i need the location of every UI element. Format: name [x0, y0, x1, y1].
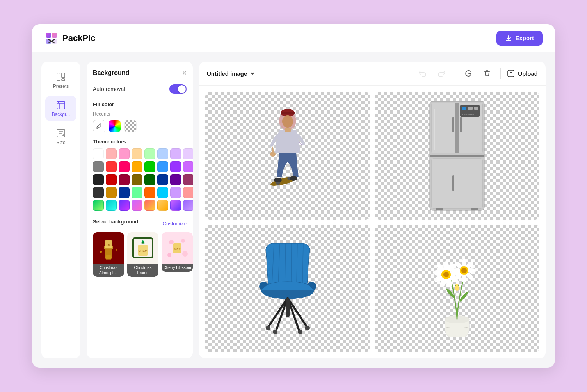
svg-rect-49	[452, 117, 454, 132]
color-grad1[interactable]	[93, 200, 104, 211]
svg-point-40	[290, 176, 297, 181]
transparent-swatch[interactable]	[124, 120, 137, 132]
svg-point-26	[181, 239, 185, 243]
size-label: Size	[56, 140, 65, 145]
svg-rect-53	[462, 107, 466, 110]
svg-text:★: ★	[107, 243, 110, 246]
template-christmas-frame-label: Christmas Frame	[127, 264, 158, 277]
color-nearblack[interactable]	[93, 174, 104, 185]
upload-button[interactable]: Upload	[507, 69, 538, 77]
color-royalblue[interactable]	[119, 187, 130, 198]
export-button[interactable]: Export	[496, 31, 543, 46]
color-darkred[interactable]	[106, 174, 117, 185]
svg-rect-50	[460, 117, 462, 132]
eyedropper-icon	[96, 123, 102, 129]
color-grad6[interactable]	[157, 200, 168, 211]
background-icon	[56, 100, 66, 110]
image-title-button[interactable]: Untitled image	[207, 70, 256, 77]
panel-title: Background	[93, 69, 129, 77]
color-hotpink[interactable]	[119, 161, 130, 172]
color-grad8[interactable]	[183, 200, 193, 211]
svg-rect-47	[455, 103, 459, 153]
skater-image-container	[205, 92, 370, 220]
svg-rect-55	[474, 107, 478, 110]
template-cherry-blossom[interactable]: ★★★ Cherry Blossom	[162, 232, 193, 277]
color-green[interactable]	[144, 161, 155, 172]
auto-removal-toggle[interactable]	[169, 84, 187, 94]
color-mint[interactable]	[132, 187, 142, 198]
color-gold[interactable]	[132, 174, 142, 185]
color-orange[interactable]	[132, 161, 142, 172]
svg-point-73	[443, 261, 449, 271]
color-blue[interactable]	[157, 161, 168, 172]
refresh-button[interactable]	[461, 66, 475, 80]
svg-point-69	[273, 330, 277, 334]
color-grad4[interactable]	[132, 200, 142, 211]
toolbar-separator-1	[455, 68, 455, 79]
color-violet[interactable]	[183, 161, 193, 172]
svg-rect-44	[430, 155, 484, 157]
image-cell-chair[interactable]	[205, 225, 370, 353]
flowers-image-container	[375, 225, 539, 353]
color-grad7[interactable]	[170, 200, 181, 211]
color-crimson[interactable]	[119, 174, 130, 185]
color-grad5[interactable]	[144, 200, 155, 211]
color-navy[interactable]	[157, 174, 168, 185]
svg-point-19	[100, 251, 102, 253]
svg-rect-41	[285, 128, 291, 132]
color-darkpurple[interactable]	[170, 174, 181, 185]
color-charcoal[interactable]	[93, 187, 104, 198]
rainbow-swatch[interactable]	[109, 120, 121, 132]
template-christmas-frame[interactable]: 🌲 CHEM Christmas Frame	[127, 232, 158, 277]
color-gray[interactable]	[93, 161, 104, 172]
color-amber[interactable]	[106, 187, 117, 198]
color-peach[interactable]	[132, 148, 142, 159]
svg-point-42	[282, 115, 293, 128]
svg-point-35	[270, 152, 276, 157]
image-grid: ICE WATER	[199, 86, 546, 358]
eyedropper-button[interactable]	[93, 120, 105, 132]
svg-rect-15	[105, 248, 112, 259]
color-lilac[interactable]	[170, 187, 181, 198]
cherry-blossom-preview: ★★★	[165, 236, 189, 260]
svg-rect-59	[436, 208, 443, 210]
color-white[interactable]	[93, 148, 104, 159]
colors-grid	[93, 148, 187, 211]
color-salmon[interactable]	[183, 187, 193, 198]
close-panel-button[interactable]: ×	[182, 69, 187, 77]
chevron-down-icon	[249, 70, 256, 77]
color-lightpink[interactable]	[106, 148, 117, 159]
svg-rect-8	[62, 73, 65, 78]
color-lavender[interactable]	[170, 148, 181, 159]
color-cyan[interactable]	[157, 187, 168, 198]
color-maroon[interactable]	[183, 174, 193, 185]
sidebar-item-background[interactable]: Backgr...	[45, 96, 76, 121]
svg-point-28	[167, 253, 171, 257]
customize-link[interactable]: Customize	[163, 221, 187, 226]
sidebar: Presets Backgr... Size	[41, 62, 80, 358]
color-lightblue[interactable]	[157, 148, 168, 159]
size-icon	[56, 128, 66, 138]
delete-button[interactable]	[480, 66, 494, 80]
template-christmas-atmosph[interactable]: ★ Christmas Atmosph...	[93, 232, 124, 277]
image-cell-skater[interactable]	[205, 92, 370, 220]
color-grad2[interactable]	[106, 200, 117, 211]
panel-header: Background ×	[93, 69, 187, 77]
recents-row	[93, 120, 187, 132]
redo-button[interactable]	[434, 66, 448, 80]
color-darkgreen[interactable]	[144, 174, 155, 185]
color-pink[interactable]	[119, 148, 130, 159]
sidebar-item-size[interactable]: Size	[45, 124, 76, 149]
svg-point-39	[274, 178, 282, 182]
color-purple[interactable]	[170, 161, 181, 172]
undo-button[interactable]	[416, 66, 430, 80]
color-darkorange[interactable]	[144, 187, 155, 198]
image-cell-fridge[interactable]: ICE WATER	[375, 92, 539, 220]
color-lightgreen[interactable]	[144, 148, 155, 159]
export-label: Export	[515, 35, 534, 41]
color-grad3[interactable]	[119, 200, 130, 211]
color-lightpurple[interactable]	[183, 148, 193, 159]
sidebar-item-presets[interactable]: Presets	[45, 68, 76, 93]
image-cell-flowers[interactable]	[375, 225, 539, 353]
color-red[interactable]	[106, 161, 117, 172]
